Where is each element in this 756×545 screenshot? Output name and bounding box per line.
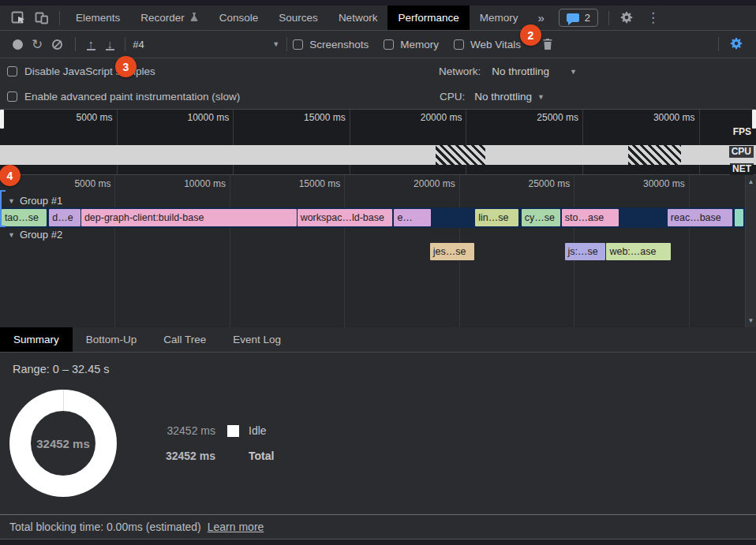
device-toolbar-icon[interactable] bbox=[30, 8, 54, 28]
tab-event-log[interactable]: Event Log bbox=[219, 327, 294, 352]
range-handle-right[interactable] bbox=[752, 110, 756, 129]
capture-option-row-2: Enable advanced paint instrumentation (s… bbox=[0, 84, 756, 110]
save-profile-icon[interactable]: ↓ bbox=[100, 38, 119, 50]
tab-bottom-up[interactable]: Bottom-Up bbox=[73, 327, 151, 352]
timeline-event-bar[interactable]: sto…ase bbox=[562, 209, 619, 226]
checkbox-memory[interactable]: Memory bbox=[384, 39, 439, 50]
timeline-event-bar[interactable]: js:…se bbox=[565, 243, 605, 260]
tab-performance[interactable]: Performance bbox=[387, 6, 469, 30]
capture-option-row-1: Disable JavaScript samples Network: No t… bbox=[0, 58, 756, 84]
timeline-overview[interactable]: 5000 ms10000 ms15000 ms20000 ms25000 ms3… bbox=[0, 110, 756, 175]
legend-total-label: Total bbox=[249, 450, 274, 462]
load-profile-icon[interactable]: ↑ bbox=[81, 38, 100, 50]
legend-row-total: 32452 ms Total bbox=[162, 450, 274, 462]
cpu-throttling-control: CPU: No throttling ▼ bbox=[440, 84, 545, 109]
scroll-down-icon[interactable]: ▼ bbox=[746, 317, 756, 324]
message-bubble-icon bbox=[567, 13, 579, 22]
ruler-tick-label: 10000 ms bbox=[188, 112, 230, 123]
vertical-scrollbar[interactable]: ▲ ▼ bbox=[745, 175, 756, 327]
record-button[interactable] bbox=[13, 39, 23, 50]
disclosure-triangle-icon: ▼ bbox=[8, 231, 15, 239]
recording-select[interactable]: #4 ▼ bbox=[133, 39, 279, 50]
chevron-down-icon[interactable]: ▼ bbox=[537, 93, 545, 101]
timeline-event-bar[interactable] bbox=[735, 209, 743, 226]
cpu-busy-region bbox=[628, 145, 681, 165]
cpu-throttling-select[interactable]: No throttling bbox=[474, 91, 532, 103]
group-1-label: Group #1 bbox=[20, 195, 62, 207]
ruler-tick-label: 5000 ms bbox=[74, 178, 110, 189]
donut-total-label: 32452 ms bbox=[9, 390, 117, 497]
ruler-tick-label: 15000 ms bbox=[304, 112, 346, 123]
tab-network[interactable]: Network bbox=[328, 6, 388, 30]
ruler-tick-label: 30000 ms bbox=[653, 112, 695, 123]
timeline-event-bar[interactable]: web:…ase bbox=[606, 243, 670, 260]
arrow-bar bbox=[106, 49, 114, 50]
group-2-track: jes…sejs:…seweb:…ase bbox=[0, 243, 745, 260]
cpu-lane-label: CPU bbox=[729, 146, 754, 158]
inspect-element-icon[interactable] bbox=[6, 8, 30, 28]
ruler-tick-label: 30000 ms bbox=[643, 178, 685, 189]
disable-js-samples-checkbox[interactable] bbox=[7, 66, 17, 77]
reload-and-record-icon[interactable]: ↻ bbox=[32, 38, 43, 51]
tab-call-tree[interactable]: Call Tree bbox=[150, 327, 219, 352]
timeline-event-bar[interactable]: reac…base bbox=[668, 209, 732, 226]
memory-checkbox[interactable] bbox=[384, 39, 394, 50]
range-text: Range: 0 – 32.45 s bbox=[13, 363, 110, 375]
network-throttling-select[interactable]: No throttling bbox=[492, 65, 549, 77]
timeline-event-bar[interactable]: workspac…ld-base bbox=[298, 209, 393, 226]
clear-icon[interactable] bbox=[52, 39, 62, 50]
chevron-down-icon[interactable]: ▼ bbox=[570, 68, 577, 76]
settings-gear-icon[interactable] bbox=[615, 8, 638, 28]
annotation-badge-4: 4 bbox=[0, 165, 21, 186]
timeline-event-bar[interactable]: e… bbox=[394, 209, 430, 226]
checkbox-screenshots[interactable]: Screenshots bbox=[293, 39, 369, 50]
capture-checkboxes: ScreenshotsMemoryWeb Vitals bbox=[293, 39, 536, 50]
timeline-event-bar[interactable]: lin…se bbox=[475, 209, 518, 226]
net-lane-label: NET bbox=[730, 163, 754, 175]
tab-elements[interactable]: Elements bbox=[65, 6, 130, 30]
tab-recorder[interactable]: Recorder bbox=[130, 6, 209, 30]
menu-dots-icon[interactable]: ⋮ bbox=[638, 9, 668, 26]
legend-total-value: 32452 ms bbox=[162, 450, 215, 462]
cpu-busy-region bbox=[436, 145, 485, 165]
beaker-icon bbox=[189, 12, 199, 24]
tab-sources[interactable]: Sources bbox=[268, 6, 328, 30]
tab-console[interactable]: Console bbox=[209, 6, 269, 30]
divider bbox=[75, 37, 76, 51]
screenshots-checkbox[interactable] bbox=[293, 39, 303, 50]
capture-settings-gear-icon[interactable] bbox=[724, 34, 748, 54]
tab-memory[interactable]: Memory bbox=[470, 6, 529, 30]
group-1-header[interactable]: ▼ Group #1 bbox=[8, 195, 62, 207]
timeline-event-bar[interactable]: d…e bbox=[49, 209, 80, 226]
scroll-up-icon[interactable]: ▲ bbox=[746, 178, 756, 185]
timeline-event-bar[interactable]: jes…se bbox=[430, 243, 475, 260]
recording-select-value: #4 bbox=[133, 39, 144, 50]
devtools-window: ElementsRecorderConsoleSourcesNetworkPer… bbox=[0, 0, 756, 545]
checkbox-label: Memory bbox=[400, 39, 439, 50]
group-1-track: tao…sed…edep-graph-client:build-basework… bbox=[0, 207, 745, 228]
timeline-event-bar[interactable]: cy…se bbox=[522, 209, 560, 226]
flame-chart[interactable]: 5000 ms10000 ms15000 ms20000 ms25000 ms3… bbox=[0, 175, 756, 327]
timeline-event-bar[interactable]: tao…se bbox=[2, 209, 47, 226]
learn-more-link[interactable]: Learn more bbox=[208, 521, 264, 533]
cpu-label: CPU: bbox=[440, 91, 465, 103]
tab-summary[interactable]: Summary bbox=[0, 327, 73, 352]
more-tabs-chevron-icon[interactable]: » bbox=[528, 11, 553, 24]
advanced-paint-checkbox[interactable] bbox=[7, 91, 17, 102]
issues-counter[interactable]: 2 bbox=[559, 9, 598, 27]
ruler-tick-label: 10000 ms bbox=[184, 178, 226, 189]
timeline-event-bar[interactable]: dep-graph-client:build-base bbox=[81, 209, 297, 226]
checkbox-web-vitals[interactable]: Web Vitals bbox=[454, 39, 521, 50]
web-vitals-checkbox[interactable] bbox=[454, 39, 464, 50]
group-2-header[interactable]: ▼ Group #2 bbox=[8, 229, 62, 241]
group-2-label: Group #2 bbox=[20, 229, 62, 241]
range-handle-left[interactable] bbox=[0, 110, 4, 129]
arrow-up-icon: ↑ bbox=[88, 38, 95, 50]
advanced-paint-option[interactable]: Enable advanced paint instrumentation (s… bbox=[7, 84, 240, 109]
arrow-bar bbox=[87, 49, 95, 50]
cpu-activity-band bbox=[0, 145, 756, 165]
tab-label: Console bbox=[219, 12, 259, 24]
network-label: Network: bbox=[439, 65, 481, 77]
advanced-paint-label: Enable advanced paint instrumentation (s… bbox=[24, 91, 240, 103]
divider bbox=[608, 11, 609, 25]
